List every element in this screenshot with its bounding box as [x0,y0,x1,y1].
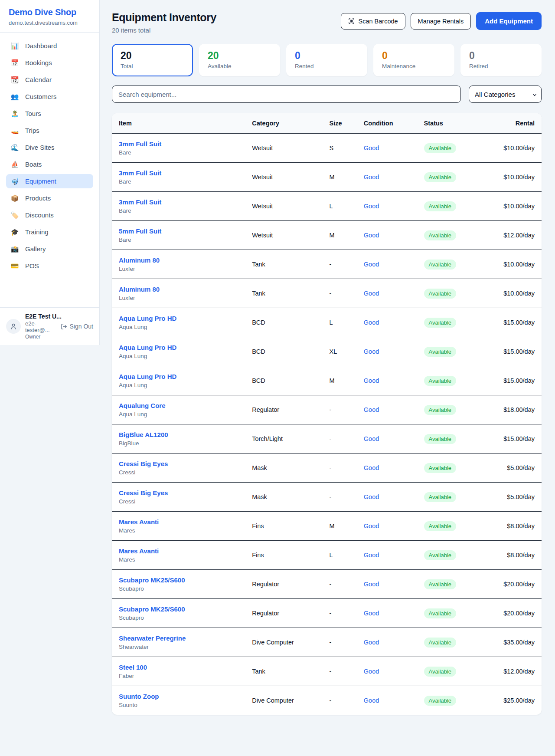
scan-barcode-label: Scan Barcode [358,18,398,25]
brand-domain: demo.test.divestreams.com [9,20,91,26]
sidebar-item-label: Equipment [25,177,56,185]
item-name-link[interactable]: Cressi Big Eyes [119,460,168,467]
item-name-link[interactable]: BigBlue AL1200 [119,431,168,438]
condition-link[interactable]: Good [364,639,379,646]
sidebar-item-tours[interactable]: 🏝️ Tours [6,106,93,121]
condition-link[interactable]: Good [364,668,379,675]
condition-link[interactable]: Good [364,232,379,239]
user-name: E2E Test U... [25,313,56,320]
item-name-link[interactable]: Aluminum 80 [119,256,160,264]
condition-link[interactable]: Good [364,319,379,326]
stat-value-retired: 0 [469,50,533,62]
stat-card-total[interactable]: 20 Total [112,44,193,76]
brand: Demo Dive Shop demo.test.divestreams.com [0,0,99,33]
manage-rentals-button[interactable]: Manage Rentals [411,13,471,30]
condition-link[interactable]: Good [364,464,379,471]
sidebar-item-gallery[interactable]: 📸 Gallery [6,242,93,256]
sidebar-item-calendar[interactable]: 📆 Calendar [6,72,93,87]
cell-category: Tank [245,657,322,686]
add-equipment-button[interactable]: Add Equipment [476,12,542,30]
stat-card-rented[interactable]: 0 Rented [286,44,367,76]
item-name-link[interactable]: Scubapro MK25/S600 [119,605,185,613]
item-name-link[interactable]: 3mm Full Suit [119,140,161,148]
cell-category: Wetsuit [245,134,322,163]
item-brand: Aqua Lung [119,324,238,330]
cell-rental: $12.00/day [481,221,542,250]
search-input[interactable] [112,85,461,103]
condition-link[interactable]: Good [364,377,379,384]
condition-link[interactable]: Good [364,203,379,210]
condition-link[interactable]: Good [364,261,379,268]
item-name-link[interactable]: Aqua Lung Pro HD [119,315,176,322]
item-name-link[interactable]: Mares Avanti [119,547,159,555]
item-name-link[interactable]: Scubapro MK25/S600 [119,576,185,584]
item-name-link[interactable]: 3mm Full Suit [119,198,161,206]
item-name-link[interactable]: 3mm Full Suit [119,169,161,177]
sidebar-item-products[interactable]: 📦 Products [6,191,93,205]
cell-rental: $8.00/day [481,512,542,541]
cell-rental: $5.00/day [481,454,542,483]
condition-link[interactable]: Good [364,523,379,529]
condition-link[interactable]: Good [364,610,379,617]
condition-link[interactable]: Good [364,145,379,151]
sidebar-item-trips[interactable]: 🚤 Trips [6,123,93,138]
sign-out-button[interactable]: Sign Out [61,323,93,330]
item-name-link[interactable]: Suunto Zoop [119,693,159,700]
condition-link[interactable]: Good [364,552,379,559]
item-name-link[interactable]: Aqua Lung Pro HD [119,344,176,351]
status-badge: Available [424,550,457,560]
scan-barcode-button[interactable]: Scan Barcode [341,13,405,30]
stat-card-retired[interactable]: 0 Retired [460,44,542,76]
category-filter-select[interactable]: All Categories [469,85,542,103]
condition-link[interactable]: Good [364,406,379,413]
sidebar-item-equipment[interactable]: 🤿 Equipment [6,174,93,188]
sidebar-item-pos[interactable]: 💳 POS [6,259,93,273]
sidebar-nav: 📊 Dashboard 📅 Bookings 📆 Calendar 👥 Cust… [0,33,99,273]
condition-link[interactable]: Good [364,493,379,500]
status-badge: Available [424,638,457,648]
item-name-link[interactable]: Steel 100 [119,664,147,671]
item-name-link[interactable]: Shearwater Peregrine [119,634,186,642]
cell-size: XL [323,337,357,366]
condition-link[interactable]: Good [364,348,379,355]
cell-rental: $10.00/day [481,192,542,221]
item-name-link[interactable]: Cressi Big Eyes [119,489,168,496]
cell-rental: $10.00/day [481,250,542,279]
sidebar-item-label: Trips [25,127,39,134]
status-badge: Available [424,405,457,415]
sidebar-item-training[interactable]: 🎓 Training [6,225,93,239]
sidebar-item-label: Dashboard [25,42,57,49]
stat-label-maintenance: Maintenance [382,63,446,69]
condition-link[interactable]: Good [364,697,379,704]
cell-rental: $10.00/day [481,134,542,163]
condition-link[interactable]: Good [364,581,379,588]
category-filter: All Categories [469,85,542,103]
condition-link[interactable]: Good [364,174,379,181]
item-name-link[interactable]: Aluminum 80 [119,286,160,293]
equipment-table: ItemCategorySizeConditionStatusRental 3m… [112,113,542,715]
sidebar-item-dive-sites[interactable]: 🌊 Dive Sites [6,140,93,154]
item-brand: Faber [119,673,238,679]
cell-size: S [323,134,357,163]
table-row: Aluminum 80 Luxfer Tank - Good Available… [112,279,542,308]
stat-label-total: Total [121,63,184,69]
cell-category: Regulator [245,599,322,628]
condition-link[interactable]: Good [364,435,379,442]
training-icon: 🎓 [10,229,19,235]
sidebar-item-boats[interactable]: ⛵ Boats [6,157,93,171]
cell-size: M [323,512,357,541]
stat-card-maintenance[interactable]: 0 Maintenance [373,44,454,76]
sidebar-item-discounts[interactable]: 🏷️ Discounts [6,208,93,222]
table-row: Mares Avanti Mares Fins L Good Available… [112,541,542,570]
item-name-link[interactable]: Aqualung Core [119,402,166,409]
stat-card-available[interactable]: 20 Available [199,44,280,76]
sidebar-item-customers[interactable]: 👥 Customers [6,89,93,104]
item-name-link[interactable]: Aqua Lung Pro HD [119,373,176,380]
item-name-link[interactable]: Mares Avanti [119,518,159,526]
condition-link[interactable]: Good [364,290,379,297]
cell-size: L [323,308,357,337]
sidebar: Demo Dive Shop demo.test.divestreams.com… [0,0,100,345]
sidebar-item-dashboard[interactable]: 📊 Dashboard [6,39,93,53]
item-name-link[interactable]: 5mm Full Suit [119,227,161,235]
sidebar-item-bookings[interactable]: 📅 Bookings [6,56,93,70]
